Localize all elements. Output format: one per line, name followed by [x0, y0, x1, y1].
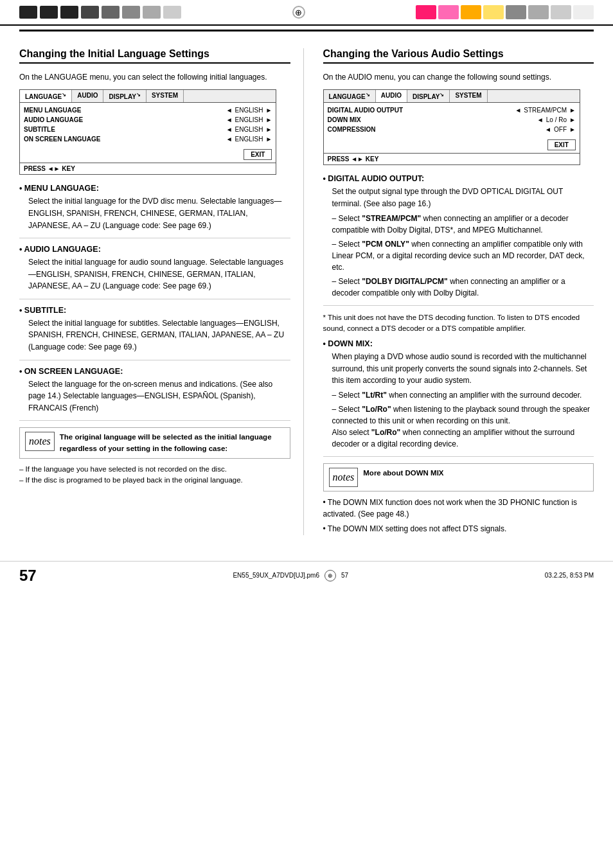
menu-row-label-1: AUDIO LANGUAGE — [24, 116, 226, 123]
bullet-onscreen-language: ON SCREEN LANGUAGE: Select the language … — [19, 367, 290, 421]
color-block-1 — [416, 5, 436, 19]
menu-row-label-3: ON SCREEN LANGUAGE — [24, 136, 226, 143]
audio-menu-label-digital: DIGITAL AUDIO OUTPUT — [328, 107, 515, 114]
sub-bullet-lo-ro: Select "Lo/Ro" when listening to the pla… — [332, 403, 594, 450]
bullet-body-downmix: When playing a DVD whose audio sound is … — [323, 351, 594, 450]
decor-block-4 — [81, 6, 99, 19]
footer-center-circle: ⊕ — [324, 570, 336, 581]
top-header: ⊕ — [0, 0, 613, 26]
color-block-2 — [438, 5, 459, 19]
exit-button: EXIT — [244, 149, 272, 160]
menu-row-value-3: ◄ ENGLISH ► — [226, 136, 272, 143]
right-notes-list: • The DOWN MIX function does not work wh… — [323, 497, 594, 535]
notes-list-item-2: If the disc is programed to be played ba… — [19, 475, 290, 486]
right-notes-content: More about DOWN MIX — [363, 468, 443, 479]
audio-menu-tab-audio: AUDIO — [376, 90, 407, 102]
decor-block-7 — [143, 6, 161, 19]
right-notes-box: notes More about DOWN MIX — [323, 463, 594, 492]
menu-rows: MENU LANGUAGE ◄ ENGLISH ► AUDIO LANGUAGE… — [20, 103, 276, 146]
decor-block-3 — [60, 6, 78, 19]
audio-menu-tab-display: DISPLAY↘ — [407, 90, 450, 102]
audio-menu-value-compression: ◄ OFF ► — [545, 126, 576, 133]
menu-tabs: LANGUAGE↘ AUDIO DISPLAY↘ SYSTEM — [20, 90, 276, 103]
bullet-title-subtitle: SUBTITLE: — [19, 306, 290, 315]
bullet-title-digital-audio: DIGITAL AUDIO OUTPUT: — [323, 174, 594, 183]
bullet-body-menu-language: Select the initial language for the DVD … — [19, 195, 290, 231]
color-block-8 — [573, 5, 594, 19]
right-section-title: Changing the Various Audio Settings — [323, 48, 594, 64]
menu-row-subtitle: SUBTITLE ◄ ENGLISH ► — [20, 125, 276, 134]
right-notes-title: More about DOWN MIX — [363, 469, 443, 477]
audio-menu-tab-language: LANGUAGE↘ — [324, 90, 376, 102]
sub-bullet-lt-rt: Select "Lt/Rt" when connecting an amplif… — [332, 389, 594, 401]
notes-list-item-1: If the language you have selected is not… — [19, 464, 290, 475]
decor-block-1 — [19, 6, 37, 19]
left-section-title: Changing the Initial Language Settings — [19, 48, 290, 64]
audio-menu-rows: DIGITAL AUDIO OUTPUT ◄ STREAM/PCM ► DOWN… — [324, 103, 580, 137]
audio-menu-row-compression: COMPRESSION ◄ OFF ► — [324, 125, 580, 134]
bullet-body-onscreen-language: Select the language for the on-screen me… — [19, 378, 290, 414]
bullet-title-onscreen-language: ON SCREEN LANGUAGE: — [19, 367, 290, 376]
bullet-body-subtitle: Select the initial language for subtitle… — [19, 317, 290, 353]
menu-row-audio-language: AUDIO LANGUAGE ◄ ENGLISH ► — [20, 115, 276, 125]
footer-center: EN55_59UX_A7DVD[UJ].pm6 ⊕ 57 — [233, 570, 348, 581]
menu-tab-system: SYSTEM — [147, 90, 184, 102]
bullet-title-downmix: DOWN MIX: — [323, 339, 594, 348]
footer-left-meta: EN55_59UX_A7DVD[UJ].pm6 — [233, 572, 319, 579]
notes-bold-text: The original language will be selected a… — [60, 433, 272, 452]
notes-icon: notes — [25, 432, 55, 451]
menu-row-value-0: ◄ ENGLISH ► — [226, 107, 272, 114]
left-notes-box: notes The original language will be sele… — [19, 427, 290, 459]
footer-center-number: 57 — [341, 572, 348, 579]
language-menu-box: LANGUAGE↘ AUDIO DISPLAY↘ SYSTEM MENU LAN… — [19, 89, 276, 175]
bullet-body-audio-language: Select the initial language for audio so… — [19, 256, 290, 292]
decor-block-2 — [40, 6, 58, 19]
top-bar-left-decor — [19, 6, 181, 19]
left-column: Changing the Initial Language Settings O… — [19, 48, 304, 535]
menu-exit-row: EXIT — [20, 146, 276, 163]
audio-menu-box: LANGUAGE↘ AUDIO DISPLAY↘ SYSTEM DIGITAL … — [323, 89, 580, 165]
menu-row-label-2: SUBTITLE — [24, 126, 226, 133]
audio-exit-button: EXIT — [547, 139, 576, 150]
color-block-5 — [506, 5, 526, 19]
menu-tab-display: DISPLAY↘ — [103, 90, 146, 102]
notes-list: If the language you have selected is not… — [19, 464, 290, 486]
audio-menu-value-digital: ◄ STREAM/PCM ► — [515, 107, 575, 114]
bullet-title-menu-language: MENU LANGUAGE: — [19, 184, 290, 193]
right-column: Changing the Various Audio Settings On t… — [317, 48, 594, 535]
menu-press-row: PRESS ◄► KEY — [20, 163, 276, 174]
right-notes-list-item-1: • The DOWN MIX function does not work wh… — [323, 497, 594, 520]
audio-menu-exit-row: EXIT — [324, 137, 580, 153]
left-section-intro: On the LANGUAGE menu, you can select the… — [19, 71, 290, 83]
audio-menu-tabs: LANGUAGE↘ AUDIO DISPLAY↘ SYSTEM — [324, 90, 580, 103]
notes-content: The original language will be selected a… — [60, 432, 285, 454]
decor-block-6 — [122, 6, 140, 19]
audio-menu-press-row: PRESS ◄► KEY — [324, 153, 580, 164]
right-notes-icon: notes — [329, 468, 359, 487]
main-content: Changing the Initial Language Settings O… — [0, 35, 613, 535]
audio-menu-label-downmix: DOWN MIX — [328, 116, 537, 123]
menu-row-value-2: ◄ ENGLISH ► — [226, 126, 272, 133]
bullet-body-digital-audio: Set the output signal type through the D… — [323, 186, 594, 298]
sub-bullet-stream-pcm: Select "STREAM/PCM" when connecting an a… — [332, 213, 594, 236]
center-circle-icon: ⊕ — [292, 6, 305, 19]
right-section-intro: On the AUDIO menu, you can change the fo… — [323, 71, 594, 83]
bullet-subtitle: SUBTITLE: Select the initial language fo… — [19, 306, 290, 360]
dts-asterisk-note: * This unit does not have the DTS decodi… — [323, 312, 594, 335]
menu-row-label-0: MENU LANGUAGE — [24, 107, 226, 114]
bullet-menu-language: MENU LANGUAGE: Select the initial langua… — [19, 184, 290, 238]
menu-tab-language: LANGUAGE↘ — [20, 90, 72, 102]
top-bar-right-decor — [416, 5, 594, 19]
color-block-6 — [528, 5, 549, 19]
audio-menu-row-downmix: DOWN MIX ◄ Lo / Ro ► — [324, 115, 580, 125]
bullet-audio-language: AUDIO LANGUAGE: Select the initial langu… — [19, 245, 290, 299]
page-footer: 57 EN55_59UX_A7DVD[UJ].pm6 ⊕ 57 03.2.25,… — [0, 561, 613, 590]
bullet-downmix: DOWN MIX: When playing a DVD whose audio… — [323, 339, 594, 457]
audio-menu-value-downmix: ◄ Lo / Ro ► — [537, 116, 576, 123]
color-block-7 — [551, 5, 571, 19]
sub-bullet-dolby: Select "DOLBY DIGITAL/PCM" when connecti… — [332, 276, 594, 299]
page-number: 57 — [19, 567, 37, 585]
sub-bullet-pcm-only: Select "PCM ONLY" when connecting an amp… — [332, 238, 594, 273]
menu-row-value-1: ◄ ENGLISH ► — [226, 116, 272, 123]
footer-right-meta: 03.2.25, 8:53 PM — [545, 572, 594, 579]
